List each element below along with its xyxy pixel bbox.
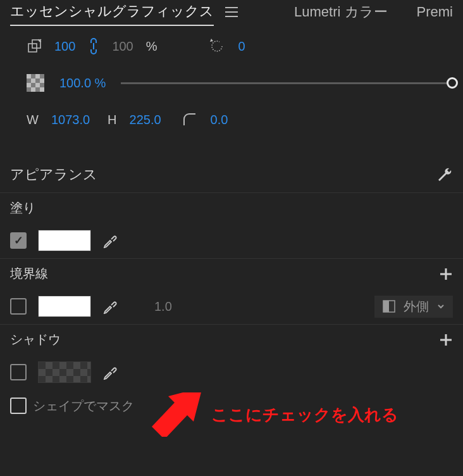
appearance-title: アピアランス xyxy=(10,165,97,184)
fill-label: 塗り xyxy=(10,199,35,216)
tab-lumetri-color[interactable]: Lumetri カラー xyxy=(294,3,387,25)
shadow-header: シャドウ xyxy=(0,324,463,354)
fill-eyedropper-icon[interactable] xyxy=(102,233,118,248)
stroke-position-icon xyxy=(382,299,396,313)
stroke-position-dropdown[interactable]: 外側 xyxy=(374,296,453,318)
mask-with-shape-label: シェイプでマスク xyxy=(33,398,134,415)
opacity-row: 100.0 % xyxy=(0,65,463,101)
wrench-icon[interactable] xyxy=(436,166,453,183)
opacity-value[interactable]: 100.0 % xyxy=(59,76,106,91)
stroke-width-value[interactable]: 1.0 xyxy=(154,299,172,314)
fill-header: 塗り xyxy=(0,192,463,223)
shadow-color-swatch[interactable] xyxy=(38,361,91,383)
shadow-label: シャドウ xyxy=(10,331,61,348)
scale-value[interactable]: 100 xyxy=(54,39,75,54)
mask-with-shape-row: シェイプでマスク xyxy=(0,390,463,422)
stroke-header: 境界線 xyxy=(0,258,463,289)
stroke-label: 境界線 xyxy=(10,265,48,282)
size-row: W 1073.0 H 225.0 0.0 xyxy=(0,101,463,138)
opacity-slider[interactable] xyxy=(121,82,453,84)
panel-menu-icon[interactable] xyxy=(225,7,238,21)
rotation-icon xyxy=(208,37,226,55)
svg-rect-3 xyxy=(383,301,389,312)
stroke-position-label: 外側 xyxy=(404,298,429,315)
panel-tab-bar: エッセンシャルグラフィックス Lumetri カラー Premi xyxy=(0,0,463,28)
fill-color-swatch[interactable] xyxy=(38,230,91,251)
rotation-value[interactable]: 0 xyxy=(238,39,245,54)
corner-radius-icon xyxy=(182,111,198,128)
scale-icon xyxy=(27,39,42,54)
scale-y-value[interactable]: 100 xyxy=(112,39,133,54)
fill-checkbox[interactable] xyxy=(10,232,27,249)
essential-graphics-panel: エッセンシャルグラフィックス Lumetri カラー Premi 100 100… xyxy=(0,0,463,476)
add-stroke-icon[interactable] xyxy=(439,267,453,281)
chevron-down-icon xyxy=(436,302,445,311)
opacity-icon xyxy=(27,74,44,92)
stroke-eyedropper-icon[interactable] xyxy=(102,299,118,314)
shadow-checkbox[interactable] xyxy=(10,364,27,380)
shadow-eyedropper-icon[interactable] xyxy=(102,365,118,380)
opacity-slider-thumb[interactable] xyxy=(447,77,458,89)
fill-row xyxy=(0,223,463,258)
width-value[interactable]: 1073.0 xyxy=(51,113,90,127)
add-shadow-icon[interactable] xyxy=(439,333,453,347)
stroke-row: 1.0 外側 xyxy=(0,289,463,324)
stroke-checkbox[interactable] xyxy=(10,298,27,315)
appearance-section-header: アピアランス xyxy=(0,157,463,192)
transform-scale-row: 100 100 % 0 xyxy=(0,28,463,65)
tab-premiere[interactable]: Premi xyxy=(417,4,453,24)
tab-essential-graphics[interactable]: エッセンシャルグラフィックス xyxy=(10,2,214,26)
height-value[interactable]: 225.0 xyxy=(130,113,161,127)
mask-with-shape-checkbox[interactable] xyxy=(10,398,27,414)
link-icon[interactable] xyxy=(88,38,99,54)
stroke-color-swatch[interactable] xyxy=(38,296,91,317)
percent-label: % xyxy=(146,39,157,54)
shadow-row xyxy=(0,354,463,390)
width-label: W xyxy=(27,113,39,127)
corner-radius-value[interactable]: 0.0 xyxy=(211,113,228,127)
height-label: H xyxy=(108,113,116,127)
